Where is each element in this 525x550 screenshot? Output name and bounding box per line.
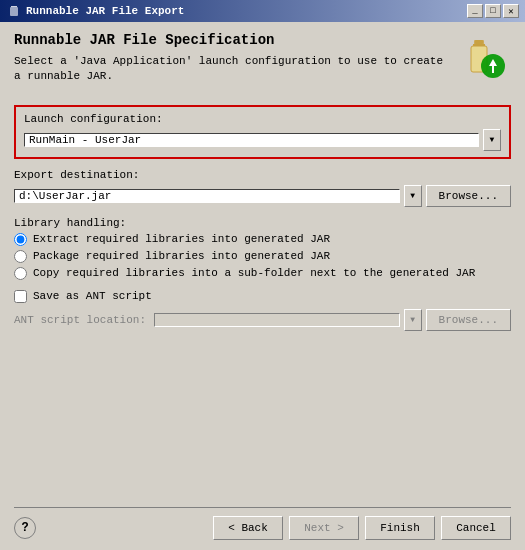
finish-button[interactable]: Finish	[365, 516, 435, 540]
button-bar: ? < Back Next > Finish Cancel	[14, 507, 511, 540]
jar-icon	[463, 32, 511, 80]
export-dest-select-wrapper[interactable]: d:\UserJar.jar	[14, 189, 400, 203]
ant-script-location-arrow: ▼	[404, 309, 422, 331]
ant-script-location-row: ANT script location: ▼ Browse...	[14, 309, 511, 331]
export-dest-label: Export destination:	[14, 169, 511, 181]
ant-script-location-wrapper	[154, 313, 400, 327]
library-option-package[interactable]: Package required libraries into generate…	[14, 250, 511, 263]
svg-rect-0	[11, 6, 17, 7]
launch-config-row: RunMain - UserJar ▼	[24, 129, 501, 151]
title-icon	[6, 3, 22, 19]
next-button[interactable]: Next >	[289, 516, 359, 540]
launch-config-select-wrapper[interactable]: RunMain - UserJar	[24, 133, 479, 147]
ant-script-checkbox[interactable]	[14, 290, 27, 303]
ant-script-browse-button: Browse...	[426, 309, 511, 331]
minimize-button[interactable]: _	[467, 4, 483, 18]
library-handling-label: Library handling:	[14, 217, 511, 229]
svg-rect-1	[10, 7, 18, 16]
back-button[interactable]: < Back	[213, 516, 283, 540]
page-description: Select a 'Java Application' launch confi…	[14, 54, 453, 85]
library-package-radio[interactable]	[14, 250, 27, 263]
library-handling-section: Library handling: Extract required libra…	[14, 217, 511, 280]
library-copy-radio[interactable]	[14, 267, 27, 280]
export-dest-section: Export destination: d:\UserJar.jar ▼ Bro…	[14, 169, 511, 207]
close-button[interactable]: ✕	[503, 4, 519, 18]
export-dest-browse-button[interactable]: Browse...	[426, 185, 511, 207]
help-button[interactable]: ?	[14, 517, 36, 539]
window-body: Runnable JAR File Specification Select a…	[0, 22, 525, 550]
launch-config-label: Launch configuration:	[24, 113, 501, 125]
launch-config-select[interactable]: RunMain - UserJar	[25, 134, 478, 146]
cancel-button[interactable]: Cancel	[441, 516, 511, 540]
launch-config-group: Launch configuration: RunMain - UserJar …	[14, 105, 511, 159]
export-dest-select[interactable]: d:\UserJar.jar	[15, 190, 399, 202]
maximize-button[interactable]: □	[485, 4, 501, 18]
library-option-copy[interactable]: Copy required libraries into a sub-folde…	[14, 267, 511, 280]
ant-script-checkbox-row[interactable]: Save as ANT script	[14, 290, 511, 303]
ant-script-location-label: ANT script location:	[14, 314, 146, 326]
svg-rect-5	[474, 40, 484, 46]
title-bar: Runnable JAR File Export _ □ ✕	[0, 0, 525, 22]
export-dest-dropdown-arrow[interactable]: ▼	[404, 185, 422, 207]
launch-config-dropdown-arrow[interactable]: ▼	[483, 129, 501, 151]
title-bar-controls: _ □ ✕	[467, 4, 519, 18]
library-handling-radio-group: Extract required libraries into generate…	[14, 233, 511, 280]
library-extract-label: Extract required libraries into generate…	[33, 233, 330, 245]
library-option-extract[interactable]: Extract required libraries into generate…	[14, 233, 511, 246]
title-bar-text: Runnable JAR File Export	[26, 5, 184, 17]
ant-script-checkbox-label: Save as ANT script	[33, 290, 152, 302]
header-area: Runnable JAR File Specification Select a…	[14, 32, 511, 95]
page-title: Runnable JAR File Specification	[14, 32, 453, 48]
export-dest-row: d:\UserJar.jar ▼ Browse...	[14, 185, 511, 207]
library-package-label: Package required libraries into generate…	[33, 250, 330, 262]
ant-script-location-select	[155, 314, 399, 326]
library-extract-radio[interactable]	[14, 233, 27, 246]
library-copy-label: Copy required libraries into a sub-folde…	[33, 267, 475, 279]
header-text: Runnable JAR File Specification Select a…	[14, 32, 453, 95]
jar-graphic	[463, 32, 511, 80]
